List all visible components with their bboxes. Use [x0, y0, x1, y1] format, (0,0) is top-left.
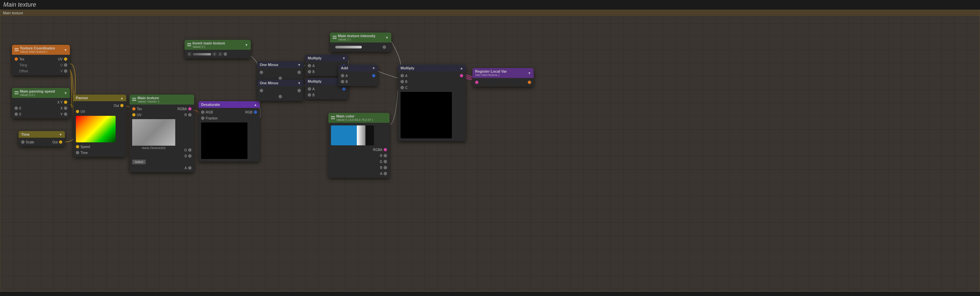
socket-rgb-in-desat[interactable] — [201, 110, 204, 114]
node-add[interactable]: Add ▼ A B — [338, 65, 378, 86]
menu-icon-maintex[interactable] — [132, 98, 136, 101]
socket-speed-in[interactable] — [76, 145, 79, 148]
node-multiply-final[interactable]: Multiply ▲ A B C — [398, 65, 466, 141]
socket-out-time[interactable] — [59, 140, 62, 144]
socket-mf-a-in[interactable] — [401, 74, 404, 77]
expand-icon-om-top[interactable]: ▼ — [298, 63, 301, 67]
node-register-local-var[interactable]: Register Local Var Var( MainTexture ) ▼ — [473, 68, 534, 86]
invert-slider-row: 0 0 1 — [185, 51, 251, 57]
socket-mf-out[interactable] — [460, 74, 463, 77]
socket-mt-b-in[interactable] — [308, 70, 311, 74]
socket-omb-in2[interactable] — [278, 95, 282, 98]
node-title: One Minus — [260, 81, 278, 85]
socket-scale-in[interactable] — [21, 140, 24, 144]
socket-panner-out[interactable] — [120, 104, 124, 107]
node-title: Multiply — [401, 66, 414, 70]
socket-u-out[interactable] — [64, 63, 67, 67]
socket-y-out[interactable] — [64, 112, 67, 116]
socket-g-color[interactable] — [383, 160, 387, 163]
socket-add-b-in[interactable] — [341, 80, 344, 83]
expand-icon-add[interactable]: ▼ — [372, 66, 375, 70]
node-title: Main color — [336, 114, 355, 118]
node-panner[interactable]: Panner ▲ Out UV Speed Time — [73, 94, 126, 157]
socket-tex-out[interactable] — [14, 58, 18, 61]
socket-a-out[interactable] — [188, 166, 191, 170]
panner-gradient-preview — [76, 116, 116, 142]
socket-mb-b-in[interactable] — [308, 93, 311, 96]
expand-icon-time[interactable]: ▼ — [59, 133, 62, 136]
node-main-texture-intensity[interactable]: Main texture intensity Value( 1 ) ▼ — [330, 32, 391, 52]
socket-x-in[interactable] — [14, 107, 18, 110]
expand-icon-intensity[interactable]: ▼ — [385, 36, 389, 40]
socket-mf-b-in[interactable] — [401, 80, 404, 83]
expand-icon-mf[interactable]: ▲ — [460, 66, 463, 70]
expand-icon[interactable]: ▼ — [64, 48, 67, 52]
socket-omt-out[interactable] — [298, 71, 301, 74]
node-texture-coordinates[interactable]: Texture Coordinates Value( Main texture … — [12, 45, 70, 75]
intensity-slider[interactable] — [335, 46, 362, 48]
select-button[interactable]: Select — [132, 160, 146, 164]
socket-add-out[interactable] — [372, 74, 375, 77]
node-time[interactable]: Time ▼ Scale Out — [19, 131, 65, 146]
socket-y-in[interactable] — [14, 112, 18, 116]
invert-slider[interactable] — [193, 53, 211, 55]
node-title: Register Local Var — [475, 69, 507, 74]
expand-icon-invert[interactable]: ▼ — [245, 43, 248, 47]
expand-icon-panner[interactable]: ▲ — [120, 96, 124, 100]
socket-add-a-in[interactable] — [341, 74, 344, 77]
socket-invert-out[interactable] — [224, 53, 227, 56]
node-one-minus-bottom[interactable]: One Minus ▼ — [257, 80, 304, 101]
socket-rv-out[interactable] — [528, 81, 531, 84]
socket-uv-in-panner[interactable] — [76, 110, 79, 113]
node-title: Main panning speed — [20, 89, 55, 93]
node-title: Multiply — [308, 56, 322, 60]
node-title: One Minus — [260, 63, 278, 67]
expand-icon-panning[interactable]: ▼ — [64, 91, 67, 95]
socket-uv-in-maintex[interactable] — [132, 113, 135, 117]
expand-icon-rv[interactable]: ▼ — [528, 71, 531, 75]
socket-time-in[interactable] — [76, 151, 79, 154]
socket-g-out[interactable] — [188, 148, 191, 152]
socket-uv-out[interactable] — [64, 58, 67, 61]
socket-mt-a-in[interactable] — [308, 64, 311, 67]
socket-mb-out[interactable] — [342, 87, 345, 91]
socket-x-out[interactable] — [64, 107, 67, 110]
menu-icon-intensity[interactable] — [332, 36, 337, 39]
menu-icon-invert[interactable] — [187, 43, 191, 46]
socket-b-out[interactable] — [188, 154, 191, 158]
socket-intensity-out[interactable] — [383, 45, 386, 49]
canvas-area: Main texture — [0, 10, 980, 292]
socket-r-color[interactable] — [383, 154, 387, 157]
node-main-texture[interactable]: Main texture Value( <None> ) Tex RGBA UV… — [130, 94, 194, 172]
socket-omb-out[interactable] — [298, 89, 301, 92]
socket-omt-in[interactable] — [260, 71, 263, 74]
socket-rv-in[interactable] — [475, 81, 479, 84]
multiply-preview — [401, 92, 452, 138]
socket-fraction-in[interactable] — [201, 117, 204, 120]
node-title: Invert main texture — [192, 41, 225, 45]
node-main-panning-speed[interactable]: Main panning speed Value( 0,0 ) ▼ X Y 0 … — [12, 88, 70, 118]
socket-b-color[interactable] — [383, 166, 387, 169]
menu-icon-panning[interactable] — [14, 91, 19, 94]
socket-mb-a-in[interactable] — [308, 87, 311, 91]
socket-tex-in-maintex[interactable] — [132, 107, 135, 110]
menu-icon-color[interactable] — [331, 116, 335, 120]
socket-rgba-out-maintex[interactable] — [188, 107, 191, 110]
socket-rgba-color[interactable] — [383, 148, 387, 151]
socket-r-out[interactable] — [188, 113, 191, 117]
expand-icon-om-bot[interactable]: ▼ — [298, 81, 301, 85]
expand-icon-desat[interactable]: ▲ — [254, 103, 257, 107]
socket-rgb-out-desat[interactable] — [254, 110, 257, 114]
node-title: Add — [341, 66, 348, 70]
node-desaturate[interactable]: Desaturate ▲ RGB RGB Fraction — [199, 101, 260, 162]
socket-omb-in[interactable] — [260, 89, 263, 92]
expand-icon-mult-top[interactable]: ▼ — [342, 56, 345, 60]
menu-icon[interactable] — [14, 48, 19, 51]
node-title: Main texture — [137, 96, 159, 100]
node-invert-main-texture[interactable]: Invert main texture Value( 0 ) ▼ 0 0 1 — [185, 40, 251, 58]
socket-xy-out[interactable] — [64, 101, 67, 104]
socket-a-color[interactable] — [383, 172, 387, 175]
node-main-color[interactable]: Main color Value( 0.13,0.55,0.75,0.67 ) … — [328, 113, 390, 178]
socket-v-out[interactable] — [64, 69, 67, 73]
socket-mf-c-in[interactable] — [401, 86, 404, 89]
